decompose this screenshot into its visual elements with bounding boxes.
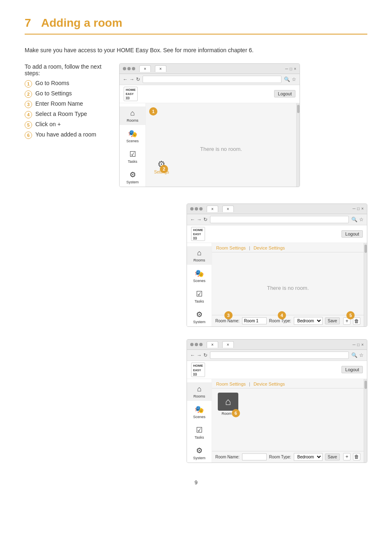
logout-button-1[interactable]: Logout: [274, 90, 295, 97]
address-bar-2[interactable]: [210, 216, 349, 223]
sidebar-item-scenes-1[interactable]: 🎭 Scenes: [120, 127, 145, 146]
browser-tab-1[interactable]: ×: [139, 65, 151, 72]
tasks-icon-2: ☑: [196, 289, 203, 298]
search-icon-3[interactable]: 🔍: [351, 352, 357, 358]
delete-room-button-3[interactable]: 🗑: [353, 453, 360, 460]
logout-button-3[interactable]: Logout: [341, 366, 363, 373]
minimize-icon-2[interactable]: ─: [353, 206, 355, 211]
nav-icons-3[interactable]: ← → ↻: [190, 352, 208, 358]
minimize-icon-3[interactable]: ─: [353, 342, 355, 347]
step-text-6: You have added a room: [35, 131, 96, 138]
delete-room-button-2[interactable]: 🗑: [353, 317, 360, 325]
sidebar-item-scenes-2[interactable]: 🎭 Scenes: [187, 266, 212, 285]
sidebar-scenes-label-1: Scenes: [126, 139, 138, 143]
tasks-icon-1: ☑: [129, 150, 136, 159]
back-icon-2[interactable]: ←: [190, 217, 195, 222]
room-1-icon[interactable]: ⌂: [218, 393, 238, 411]
browser-tab-2[interactable]: ×: [155, 65, 166, 72]
back-icon-3[interactable]: ←: [190, 352, 195, 358]
refresh-icon-3[interactable]: ↻: [203, 352, 208, 358]
search-icon[interactable]: 🔍: [284, 76, 290, 82]
intro-text: Make sure you have access to your HOME E…: [25, 47, 367, 53]
sidebar-item-tasks-3[interactable]: ☑ Tasks: [187, 423, 212, 442]
nav-back-forward[interactable]: ← → ↻: [123, 76, 140, 82]
page-number: 9: [25, 479, 367, 486]
steps-section: To add a room, follow the next steps: 1G…: [25, 63, 367, 187]
scrollbar-thumb-2[interactable]: [364, 245, 367, 253]
app-body-3: ⌂ Rooms 🎭 Scenes ☑ Tasks ⚙ System: [187, 379, 367, 462]
tab-divider-2: |: [249, 245, 250, 252]
sidebar-item-tasks-2[interactable]: ☑ Tasks: [187, 287, 212, 306]
scrollbar-thumb-1[interactable]: [297, 105, 300, 113]
sidebar-rooms-label-1: Rooms: [127, 118, 138, 123]
room-tabs-2: Room Settings | Device Settings: [212, 243, 364, 252]
address-bar-3[interactable]: [210, 352, 349, 359]
titlebar-dot-3a: [190, 343, 194, 346]
star-icon-3[interactable]: ☆: [359, 352, 364, 358]
maximize-icon-3[interactable]: □: [357, 342, 360, 347]
browser-titlebar-2: × × ─ □ ×: [187, 204, 367, 214]
tab-device-settings-2[interactable]: Device Settings: [254, 245, 285, 252]
forward-icon-3[interactable]: →: [197, 352, 202, 358]
step-text-3: Enter Room Name: [35, 100, 83, 107]
star-icon[interactable]: ☆: [292, 76, 296, 82]
sidebar-item-rooms-3[interactable]: ⌂ Rooms: [187, 382, 212, 401]
search-icon-2[interactable]: 🔍: [351, 217, 357, 222]
bottom-bar-2: 3 Room Name: 4 Room Type: Bedroom Save 5…: [212, 315, 364, 326]
step-item-4: 4Select a Room Type: [25, 111, 107, 118]
app-sidebar-1: ⌂ Rooms 🎭 Scenes ☑ Tasks ⚙ System: [120, 103, 146, 187]
sidebar-item-system-3[interactable]: ⚙ System: [187, 444, 212, 462]
close-icon-3[interactable]: ×: [361, 342, 364, 347]
app-logo-1: HOME EASY )))): [124, 87, 138, 101]
nav-icons-2[interactable]: ← → ↻: [190, 217, 208, 222]
sidebar-item-scenes-3[interactable]: 🎭 Scenes: [187, 402, 212, 421]
sidebar-item-system-2[interactable]: ⚙ System: [187, 308, 212, 326]
room-icon-container-3: ⌂ Room 1 6: [218, 393, 238, 416]
tab-device-settings-3[interactable]: Device Settings: [254, 382, 285, 388]
tab-room-settings-2[interactable]: Room Settings: [216, 245, 246, 252]
sidebar-item-tasks-1[interactable]: ☑ Tasks: [120, 147, 145, 166]
browser-tab-3b[interactable]: ×: [222, 341, 234, 348]
titlebar-dot-3: [132, 67, 135, 70]
back-icon[interactable]: ←: [123, 76, 128, 82]
step-text-1: Go to Rooms: [35, 80, 69, 86]
step-text-4: Select a Room Type: [35, 111, 87, 117]
browser-tab-2a[interactable]: ×: [207, 206, 218, 212]
room-type-select-2[interactable]: Bedroom: [294, 317, 323, 325]
browser-tab-2b[interactable]: ×: [222, 206, 234, 212]
room-type-select-3[interactable]: Bedroom: [294, 453, 323, 461]
sidebar-item-system-1[interactable]: ⚙ System: [120, 168, 145, 187]
sidebar-item-rooms-2[interactable]: ⌂ Rooms: [187, 246, 212, 265]
tab-room-settings-3[interactable]: Room Settings: [216, 382, 246, 388]
logout-button-2[interactable]: Logout: [341, 230, 363, 238]
sidebar-rooms-label-2: Rooms: [194, 258, 205, 262]
room-name-input-3[interactable]: [242, 453, 267, 460]
sidebar-tasks-label-2: Tasks: [194, 299, 204, 303]
scrollbar-1: [296, 103, 300, 187]
settings-area-1: ⚙ Settings 2: [154, 159, 169, 174]
steps-list: To add a room, follow the next steps: 1G…: [25, 63, 107, 141]
save-button-3[interactable]: Save: [325, 453, 340, 460]
refresh-icon[interactable]: ↻: [136, 76, 140, 82]
scrollbar-thumb-3[interactable]: [364, 381, 367, 389]
system-icon-3: ⚙: [196, 446, 203, 455]
sidebar-scenes-label-3: Scenes: [193, 415, 205, 419]
star-icon-2[interactable]: ☆: [359, 217, 364, 222]
forward-icon-2[interactable]: →: [197, 217, 202, 222]
maximize-icon-2[interactable]: □: [357, 206, 360, 211]
maximize-icon[interactable]: □: [290, 67, 292, 71]
address-bar-1[interactable]: [143, 76, 281, 83]
browser-tab-3a[interactable]: ×: [207, 341, 218, 348]
room-name-input-2[interactable]: [242, 317, 267, 324]
no-room-text-1: There is no room.: [200, 146, 242, 152]
minimize-icon[interactable]: ─: [285, 67, 288, 71]
close-icon[interactable]: ×: [294, 67, 296, 71]
main-body-3: ⌂ Room 1 6: [212, 388, 364, 451]
browser-titlebar-1: × × ─ □ ×: [120, 64, 300, 74]
add-room-button-3[interactable]: +: [343, 453, 350, 460]
refresh-icon-2[interactable]: ↻: [203, 217, 208, 222]
close-icon-2[interactable]: ×: [361, 206, 364, 211]
save-button-2[interactable]: Save: [325, 317, 340, 324]
sidebar-item-rooms-1[interactable]: ⌂ Rooms: [120, 106, 145, 125]
forward-icon[interactable]: →: [129, 76, 134, 82]
